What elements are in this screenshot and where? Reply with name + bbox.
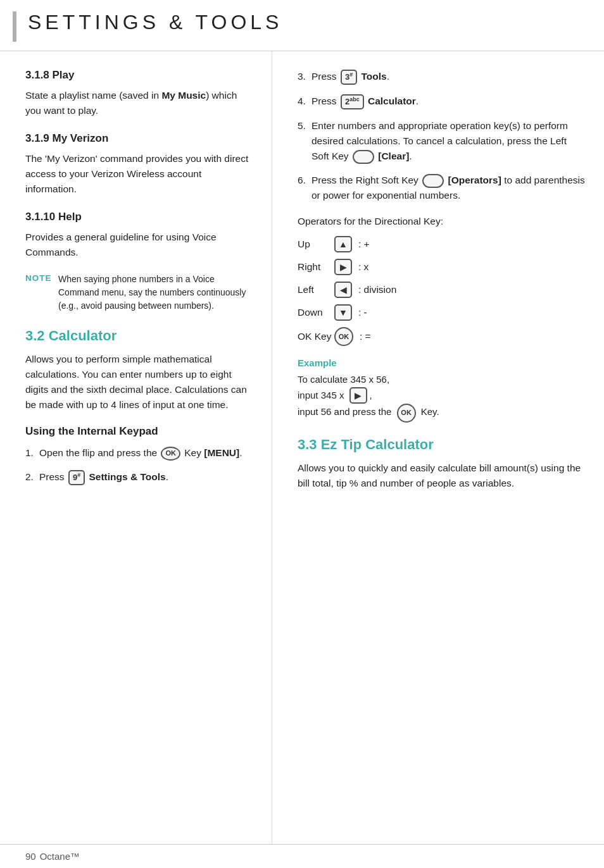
ok-key-icon: OK — [161, 447, 180, 460]
op-down-label: Down — [298, 307, 334, 318]
op-ok-symbol: : = — [360, 331, 371, 342]
header-accent-bar — [13, 11, 16, 42]
op-ok-key: OK — [334, 327, 353, 346]
op-right: Right ▶ : x — [298, 259, 585, 275]
example-label: Example — [298, 357, 585, 368]
op-up: Up ▲ : + — [298, 236, 585, 252]
key-2-icon: 2abc — [341, 94, 364, 109]
example-ok-key: OK — [397, 404, 416, 423]
step-4-num: 4. — [298, 94, 311, 109]
op-left-label: Left — [298, 284, 334, 295]
op-up-key: ▲ — [334, 236, 352, 252]
step-5: 5. Enter numbers and appropriate operati… — [298, 118, 585, 164]
body-3-1-8: State a playlist name (saved in My Music… — [25, 88, 253, 118]
op-ok-label: OK Key — [298, 331, 334, 342]
key-9-icon: 9# — [68, 470, 85, 485]
heading-3-3: 3.3 Ez Tip Calculator — [298, 437, 585, 453]
section-3-1-10: 3.1.10 Help Provides a general guideline… — [25, 211, 253, 260]
note-label: NOTE — [25, 273, 58, 313]
note-text: When saying phone numbers in a Voice Com… — [58, 273, 253, 313]
op-left: Left ◀ : division — [298, 282, 585, 298]
page: SETTINGS & TOOLS 3.1.8 Play State a play… — [0, 0, 604, 868]
right-soft-key-icon — [422, 174, 444, 188]
step-2-num: 2. — [25, 469, 39, 485]
body-3-1-9: The 'My Verizon' command provides you wi… — [25, 151, 253, 197]
step-6-content: Press the Right Soft Key [Operators] to … — [311, 173, 585, 203]
heading-keypad: Using the Internal Keypad — [25, 425, 253, 438]
example-block: Example To calculate 345 x 56, input 345… — [298, 357, 585, 423]
heading-3-1-8: 3.1.8 Play — [25, 69, 253, 82]
example-right-key: ▶ — [349, 387, 367, 404]
content-area: 3.1.8 Play State a playlist name (saved … — [0, 51, 604, 844]
page-number: 90 — [25, 851, 36, 862]
step-4: 4. Press 2abc Calculator. — [298, 94, 585, 109]
step-5-num: 5. — [298, 118, 311, 133]
left-soft-key-icon — [353, 150, 374, 164]
page-header: SETTINGS & TOOLS — [0, 0, 604, 51]
step-6: 6. Press the Right Soft Key [Operators] … — [298, 173, 585, 203]
step-2: 2. Press 9# Settings & Tools. — [25, 469, 253, 485]
operators-label: Operators for the Directional Key: — [298, 216, 585, 227]
left-column: 3.1.8 Play State a playlist name (saved … — [0, 51, 272, 844]
step-6-num: 6. — [298, 173, 311, 188]
op-ok: OK Key OK : = — [298, 327, 585, 346]
step-1: 1. Open the flip and press the OK Key [M… — [25, 445, 253, 461]
section-3-3: 3.3 Ez Tip Calculator Allows you to quic… — [298, 437, 585, 491]
op-left-key: ◀ — [334, 282, 352, 298]
step-5-content: Enter numbers and appropriate operation … — [311, 118, 585, 164]
heading-3-2: 3.2 Calculator — [25, 328, 253, 344]
op-up-symbol: : + — [358, 239, 370, 250]
body-3-2: Allows you to perform simple mathematica… — [25, 352, 253, 412]
step-4-content: Press 2abc Calculator. — [311, 94, 585, 109]
op-down-key: ▼ — [334, 304, 352, 321]
op-down-symbol: : - — [358, 307, 367, 318]
section-3-1-9: 3.1.9 My Verizon The 'My Verizon' comman… — [25, 132, 253, 197]
step-1-content: Open the flip and press the OK Key [MENU… — [39, 445, 253, 461]
section-3-1-8: 3.1.8 Play State a playlist name (saved … — [25, 69, 253, 118]
right-column: 3. Press 3# Tools. 4. Press 2abc Calcula… — [272, 51, 604, 844]
body-3-3: Allows you to quickly and easily calcula… — [298, 461, 585, 491]
heading-3-1-9: 3.1.9 My Verizon — [25, 132, 253, 145]
brand-name: Octane™ — [40, 851, 80, 862]
body-3-1-10: Provides a general guideline for using V… — [25, 230, 253, 260]
key-3-icon: 3# — [341, 70, 357, 85]
section-3-2: 3.2 Calculator Allows you to perform sim… — [25, 328, 253, 485]
step-3-num: 3. — [298, 69, 311, 84]
example-text: To calculate 345 x 56, input 345 x ▶, in… — [298, 372, 585, 423]
step-3: 3. Press 3# Tools. — [298, 69, 585, 85]
page-footer: 90 Octane™ — [0, 844, 604, 868]
step-1-num: 1. — [25, 445, 39, 461]
op-down: Down ▼ : - — [298, 304, 585, 321]
step-2-content: Press 9# Settings & Tools. — [39, 469, 253, 485]
note-block: NOTE When saying phone numbers in a Voic… — [25, 273, 253, 313]
op-right-label: Right — [298, 261, 334, 273]
step-3-content: Press 3# Tools. — [311, 69, 585, 85]
page-title: SETTINGS & TOOLS — [28, 11, 282, 42]
op-up-label: Up — [298, 239, 334, 250]
op-right-key: ▶ — [334, 259, 352, 275]
op-left-symbol: : division — [358, 284, 396, 295]
heading-3-1-10: 3.1.10 Help — [25, 211, 253, 223]
op-right-symbol: : x — [358, 261, 368, 273]
